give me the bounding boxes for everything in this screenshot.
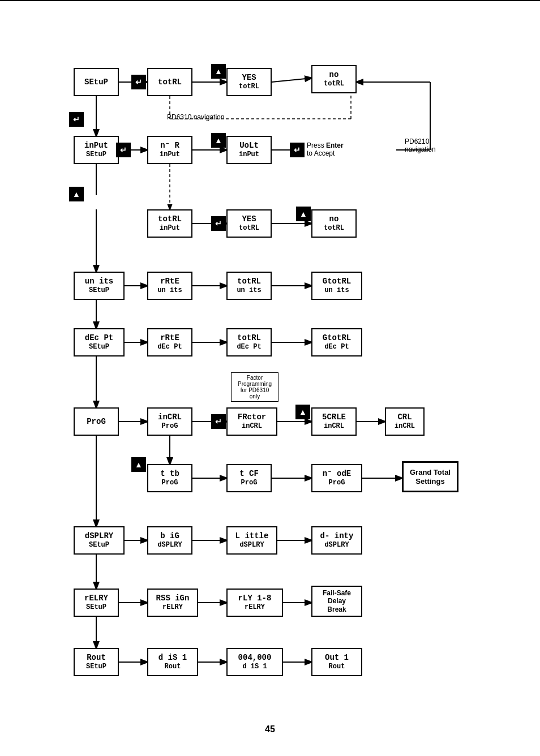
display-004000-line1: 004,000 <box>238 653 272 663</box>
assign-relay-line1: RSS iGn <box>156 594 190 603</box>
little-dsplay-line1: L ittle <box>235 531 269 541</box>
total-dec-line2: dEc Pt <box>237 343 261 351</box>
scale-incal-line2: inCRL <box>324 422 344 430</box>
up-icon-5: ▲ <box>295 405 310 419</box>
rly18-relay-line1: rLY 1-8 <box>238 594 272 603</box>
nr-input-box: n⁻ R inPut <box>147 136 192 164</box>
press-enter-label: Press Enterto Accept <box>307 141 344 157</box>
failsafe-relay-text: Fail-SafeDelayBreak <box>323 589 351 613</box>
little-dsplay-line2: dSPLRY <box>239 541 264 549</box>
rate-units-line1: rRtE <box>160 277 179 286</box>
nr-input-line1: n⁻ R <box>160 141 179 151</box>
factor-prog-label-box: FactorProgrammingfor PD6310only <box>231 372 278 402</box>
volt-input-line2: inPut <box>239 151 259 158</box>
no-total-line2: totRL <box>324 80 344 88</box>
input-setup-line2: SEtuP <box>86 151 106 158</box>
tcf-prog-box: t CF ProG <box>226 464 272 492</box>
ttb-prog-line2: ProG <box>162 479 178 487</box>
total-input-box: totRL inPut <box>147 209 192 238</box>
total-units-line1: totRL <box>237 277 261 286</box>
total-input-line2: inPut <box>160 224 180 232</box>
dec-pt-setup-box: dEc Pt SEtuP <box>74 328 125 356</box>
enter-icon-5: ↵ <box>211 414 226 429</box>
input-setup-box: inPut SEtuP <box>74 136 119 164</box>
display-004000-line2: d iS 1 <box>242 663 267 671</box>
total-dec-line1: totRL <box>237 333 261 343</box>
up-icon-6: ▲ <box>131 457 146 472</box>
yes-total2-line2: totRL <box>239 224 259 232</box>
svg-line-2 <box>272 78 311 82</box>
ttb-prog-box: t tb ProG <box>147 464 192 492</box>
no-total2-box: no totRL <box>311 209 357 238</box>
pd6210-nav-label: PD6210navigation <box>405 138 436 153</box>
out1-rout-box: Out 1 Rout <box>311 648 362 676</box>
volt-input-line1: UoLt <box>239 141 259 151</box>
disp1-rout-box: d iS 1 Rout <box>147 648 198 676</box>
relay-setup-line1: rELRY <box>84 594 108 603</box>
gtotal-units-line2: un its <box>324 286 349 294</box>
relay-setup-box: rELRY SEtuP <box>74 589 119 617</box>
no-total-line1: no <box>329 70 339 80</box>
ttb-prog-line1: t tb <box>160 469 179 479</box>
tcf-prog-line2: ProG <box>241 479 258 487</box>
rate-units-line2: un its <box>157 286 182 294</box>
yes-total2-box: YES totRL <box>226 209 272 238</box>
yes-total-box: YES totRL <box>226 68 272 96</box>
dimty-dsplay-line1: d- inty <box>320 531 354 541</box>
cal-incal-line2: inCRL <box>395 422 415 430</box>
rout-setup-box: Rout SEtuP <box>74 648 119 676</box>
incal-prog-line1: inCRL <box>158 413 182 422</box>
little-dsplay-box: L ittle dSPLRY <box>226 526 277 555</box>
input-setup-line1: inPut <box>84 141 108 151</box>
gtotal-units-box: GtotRL un its <box>311 272 362 300</box>
yes-total2-line1: YES <box>242 214 256 224</box>
enter-icon-4: ↵ <box>211 216 226 231</box>
disp1-rout-line2: Rout <box>165 663 181 671</box>
display-004000-box: 004,000 d iS 1 <box>226 648 283 676</box>
dec-pt-setup-line1: dEc Pt <box>85 333 113 343</box>
total-units-box: totRL un its <box>226 272 272 300</box>
factor-prog-text: FactorProgrammingfor PD6310only <box>238 375 272 400</box>
cal-incal-box: CRL inCRL <box>385 407 425 436</box>
up-icon-1: ▲ <box>211 64 226 79</box>
total-input-line1: totRL <box>158 214 182 224</box>
enter-icon-2: ↵ <box>116 143 131 157</box>
disp1-rout-line1: d iS 1 <box>158 653 187 663</box>
up-icon-4: ▲ <box>296 207 311 221</box>
dsplay-setup-line1: dSPLRY <box>85 531 113 541</box>
big-dsplay-line2: dSPLRY <box>157 541 182 549</box>
rate-units-box: rRtE un its <box>147 272 192 300</box>
scale-incal-box: 5CRLE inCRL <box>311 407 357 436</box>
incal-prog-line2: ProG <box>162 422 178 430</box>
rly18-relay-box: rLY 1-8 rELRY <box>226 589 283 617</box>
page: SEtuP ↵ totRL ▲ YES totRL no totRL PD631… <box>0 0 540 756</box>
yes-total-line1: YES <box>242 73 256 83</box>
nr-input-line2: inPut <box>160 151 180 158</box>
prog-box: ProG <box>74 407 119 436</box>
total-units-line2: un its <box>237 286 261 294</box>
gtotal-units-line1: GtotRL <box>323 277 351 286</box>
mode-prog-line1: n⁻ odE <box>323 469 351 479</box>
rout-setup-line1: Rout <box>87 653 106 663</box>
factor-incal-line2: inCRL <box>242 422 262 430</box>
no-total2-line2: totRL <box>324 224 344 232</box>
tcf-prog-line1: t CF <box>239 469 259 479</box>
no-total2-line1: no <box>329 214 339 224</box>
dsplay-setup-line2: SEtuP <box>89 541 109 549</box>
dimty-dsplay-line2: dSPLRY <box>324 541 349 549</box>
total1-label: totRL <box>158 78 182 87</box>
no-total-box: no totRL <box>311 65 357 93</box>
big-dsplay-line1: b iG <box>160 531 179 541</box>
rly18-relay-line2: rELRY <box>245 603 265 611</box>
setup-label: SEtuP <box>84 78 108 87</box>
failsafe-relay-box: Fail-SafeDelayBreak <box>311 586 362 617</box>
total1-box: totRL <box>147 68 192 96</box>
prog-label: ProG <box>87 417 106 427</box>
scale-incal-line1: 5CRLE <box>322 413 346 422</box>
out1-rout-line2: Rout <box>329 663 345 671</box>
page-number: 45 <box>34 724 506 734</box>
rate-dec-box: rRtE dEc Pt <box>147 328 192 356</box>
relay-setup-line2: SEtuP <box>86 603 106 611</box>
top-border <box>0 0 540 1</box>
units-setup-line2: SEtuP <box>89 286 109 294</box>
